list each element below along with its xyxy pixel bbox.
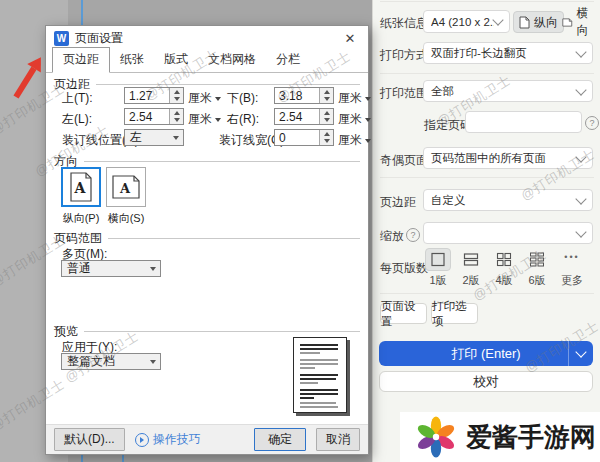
per-page-6-button[interactable]	[524, 248, 550, 271]
screen: 纸张信息 A4 (210 x 2... 纵向 横向 打印方式 双面打印-长边翻页…	[0, 0, 600, 462]
divider	[380, 73, 594, 74]
chevron-down-icon	[575, 346, 586, 357]
site-logo: 爱酱手游网	[400, 412, 600, 462]
tab-layout[interactable]: 版式	[154, 48, 198, 72]
margin-right-label: 右(R):	[227, 111, 259, 128]
zoom-help-icon[interactable]: ?	[406, 228, 420, 242]
help-icon[interactable]: ?	[585, 116, 599, 130]
chevron-down-icon	[575, 46, 586, 57]
chevron-down-icon	[215, 97, 221, 101]
divider	[380, 293, 594, 294]
close-icon[interactable]: ✕	[340, 31, 360, 46]
unit-dropdown[interactable]: 厘米	[338, 90, 371, 107]
gutter-width-input[interactable]: 0	[274, 129, 334, 146]
chevron-down-icon	[173, 136, 179, 140]
unit-dropdown[interactable]: 厘米	[188, 90, 221, 107]
chevron-down-icon	[150, 360, 156, 364]
chevron-down-icon	[365, 97, 371, 101]
chevron-down-icon	[365, 118, 371, 122]
margin-bottom-input[interactable]: 3.18	[274, 87, 334, 104]
dialog-title: 页面设置	[75, 30, 123, 47]
print-range-select[interactable]: 全部	[423, 80, 593, 102]
spinner[interactable]	[169, 88, 183, 103]
tab-paper[interactable]: 纸张	[110, 48, 154, 72]
per-page-more-button[interactable]: 更多	[557, 273, 587, 288]
odd-even-select[interactable]: 页码范围中的所有页面	[423, 147, 593, 169]
print-method-value: 双面打印-长边翻页	[431, 46, 527, 61]
print-settings-panel: 纸张信息 A4 (210 x 2... 纵向 横向 打印方式 双面打印-长边翻页…	[372, 0, 600, 462]
zoom-select[interactable]	[423, 222, 593, 244]
spinner[interactable]	[319, 109, 333, 124]
tab-columns[interactable]: 分栏	[266, 48, 310, 72]
print-method-select[interactable]: 双面打印-长边翻页	[423, 42, 593, 64]
proofread-button[interactable]: 校对	[379, 371, 593, 392]
six-pages-icon	[529, 252, 545, 267]
default-button[interactable]: 默认(D)...	[54, 428, 125, 451]
landscape-page-a-icon: A	[111, 175, 141, 199]
unit-label: 厘米	[338, 132, 362, 149]
preview-legend: 预览	[54, 323, 78, 340]
gutter-position-select[interactable]: 左	[124, 129, 184, 146]
per-page-2-button[interactable]	[458, 248, 484, 271]
paper-size-select[interactable]: A4 (210 x 2...	[423, 10, 510, 33]
ok-button[interactable]: 确定	[254, 428, 306, 451]
unit-dropdown[interactable]: 厘米	[188, 111, 221, 128]
specify-pages-input[interactable]	[465, 111, 582, 133]
margin-left-input[interactable]: 2.54	[124, 108, 184, 125]
print-dropdown-button[interactable]	[568, 341, 593, 366]
chevron-down-icon	[575, 226, 586, 237]
paper-size-value: A4 (210 x 2...	[431, 16, 494, 28]
play-circle-icon	[135, 433, 149, 447]
odd-even-label: 奇偶页面	[380, 152, 428, 169]
tips-label: 操作技巧	[153, 431, 201, 448]
tab-document-grid[interactable]: 文档网格	[198, 48, 266, 72]
tips-link[interactable]: 操作技巧	[135, 431, 201, 448]
margin-left-label: 左(L):	[62, 111, 92, 128]
page-setup-dialog: W 页面设置 ✕ 页边距 纸张 版式 文档网格 分栏 页边距 上(T): 1.2…	[45, 25, 369, 455]
panel-margins-label: 页边距	[380, 194, 416, 211]
odd-even-value: 页码范围中的所有页面	[431, 151, 546, 166]
spinner[interactable]	[319, 88, 333, 103]
dialog-tabs: 页边距 纸张 版式 文档网格 分栏	[46, 50, 368, 73]
per-page-2-label: 2版	[456, 273, 486, 288]
spinner[interactable]	[319, 130, 333, 145]
tab-margins[interactable]: 页边距	[52, 47, 110, 73]
chevron-down-icon	[215, 118, 221, 122]
page-range-group-header: 页码范围	[54, 230, 360, 247]
orientation-portrait-tile[interactable]: A	[61, 167, 101, 207]
margin-top-input[interactable]: 1.27	[124, 87, 184, 104]
print-options-button[interactable]: 打印选项	[431, 303, 478, 324]
svg-text:A: A	[74, 180, 87, 196]
print-button[interactable]: 打印 (Enter)	[379, 341, 593, 366]
print-button-label: 打印 (Enter)	[451, 345, 520, 363]
divider	[380, 1, 594, 2]
landscape-button[interactable]: 横向	[557, 11, 600, 33]
cancel-button[interactable]: 取消	[316, 428, 360, 451]
portrait-page-a-icon: A	[69, 172, 93, 202]
paper-info-label: 纸张信息	[380, 15, 428, 32]
per-page-label: 每页版数	[380, 260, 428, 277]
multi-page-select[interactable]: 普通	[61, 260, 161, 277]
orientation-landscape-tile[interactable]: A	[106, 167, 146, 207]
chevron-down-icon	[575, 84, 586, 95]
margin-right-input[interactable]: 2.54	[274, 108, 334, 125]
per-page-1-button[interactable]	[425, 248, 451, 271]
page-setup-button[interactable]: 页面设置	[380, 303, 427, 324]
unit-dropdown[interactable]: 厘米	[338, 132, 371, 149]
landscape-page-icon	[562, 17, 573, 28]
margin-top-value: 1.27	[125, 89, 169, 103]
multi-page-value: 普通	[62, 260, 145, 277]
unit-label: 厘米	[188, 90, 212, 107]
zoom-label: 缩放	[380, 228, 404, 245]
per-page-4-button[interactable]	[491, 248, 517, 271]
unit-dropdown[interactable]: 厘米	[338, 111, 371, 128]
spinner[interactable]	[169, 109, 183, 124]
wps-writer-icon: W	[54, 31, 69, 46]
divider	[380, 177, 594, 178]
more-dots-icon: •••	[557, 252, 587, 262]
apply-to-select[interactable]: 整篇文档	[61, 353, 161, 370]
panel-margins-select[interactable]: 自定义	[423, 189, 593, 211]
dialog-footer: 默认(D)... 操作技巧 确定 取消	[46, 424, 368, 454]
apply-to-value: 整篇文档	[62, 353, 145, 370]
gutter-width-value: 0	[275, 131, 319, 145]
